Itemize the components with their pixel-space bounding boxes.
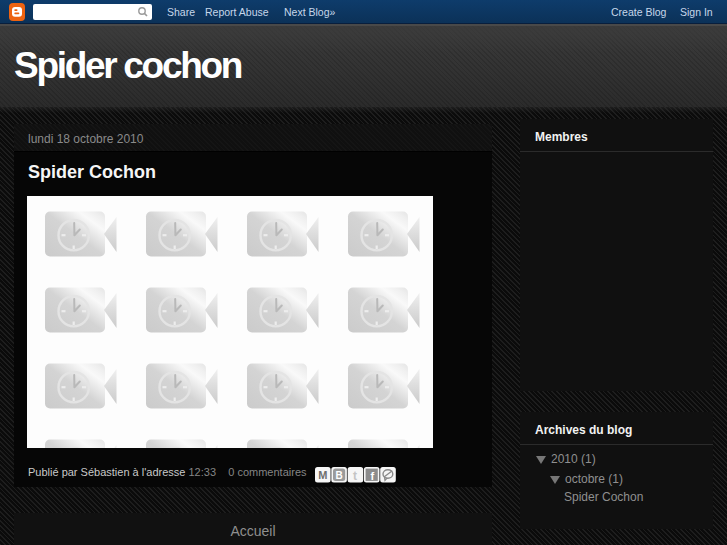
svg-text:f: f bbox=[370, 470, 374, 482]
svg-text:M: M bbox=[318, 469, 327, 481]
svg-text:t: t bbox=[353, 469, 357, 483]
svg-text:B: B bbox=[336, 470, 343, 481]
